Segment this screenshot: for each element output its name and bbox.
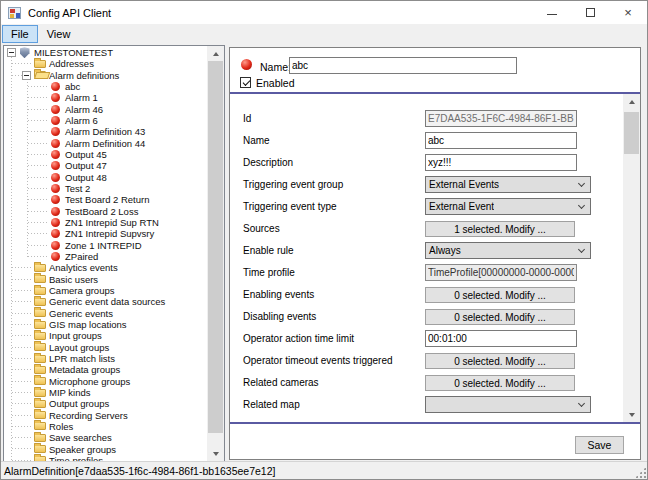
tree-item-mip-kinds[interactable]: MIP kinds: [4, 387, 207, 398]
field-related-map[interactable]: [425, 396, 591, 413]
tree-item-alarm-definition-44[interactable]: Alarm Definition 44: [4, 138, 207, 149]
tree-item-addresses[interactable]: Addresses: [4, 58, 207, 69]
tree-item-label: Recording Servers: [49, 410, 128, 421]
tree-spacer: [38, 218, 47, 227]
tree-item-generic-events[interactable]: Generic events: [4, 308, 207, 319]
tree-item-test-board-2-return[interactable]: Test Board 2 Return: [4, 194, 207, 205]
minimize-button[interactable]: [533, 1, 571, 24]
tree-item-zn1-intrepid-supvsry[interactable]: ZN1 Intrepid Supvsry: [4, 228, 207, 239]
field-sources[interactable]: 1 selected. Modify ...: [425, 221, 575, 237]
tree-item-label: GIS map locations: [49, 319, 127, 330]
menu-item-view[interactable]: View: [38, 25, 80, 43]
field-description[interactable]: [425, 154, 577, 171]
save-button[interactable]: Save: [575, 436, 624, 454]
tree-item-gis-map-locations[interactable]: GIS map locations: [4, 319, 207, 330]
menu-item-file[interactable]: File: [2, 25, 38, 43]
expander-minus-icon[interactable]: [7, 48, 16, 57]
tree-scrollbar[interactable]: [207, 46, 224, 461]
tree-item-test-2[interactable]: Test 2: [4, 183, 207, 194]
scroll-down-icon: [629, 413, 635, 417]
tree-spacer: [22, 388, 31, 397]
scroll-down-button[interactable]: [207, 446, 224, 461]
tree-spacer: [22, 59, 31, 68]
tree-item-alarm-definitions[interactable]: Alarm definitions: [4, 70, 207, 81]
tree-item-alarm-46[interactable]: Alarm 46: [4, 104, 207, 115]
tree-item-label: Generic events: [49, 308, 113, 319]
folder-open-icon: [33, 70, 46, 81]
tree-item-output-groups[interactable]: Output groups: [4, 398, 207, 409]
expander-minus-icon[interactable]: [22, 71, 31, 80]
tree-item-microphone-groups[interactable]: Microphone groups: [4, 376, 207, 387]
enabled-checkbox[interactable]: [240, 77, 251, 88]
close-button[interactable]: ×: [609, 1, 647, 24]
tree-item-analytics-events[interactable]: Analytics events: [4, 262, 207, 273]
window-title: Config API Client: [28, 7, 111, 19]
field-disabling-events[interactable]: 0 selected. Modify ...: [425, 309, 575, 325]
scroll-down-button[interactable]: [623, 407, 640, 422]
tree-item-recording-servers[interactable]: Recording Servers: [4, 410, 207, 421]
tree-item-input-groups[interactable]: Input groups: [4, 330, 207, 341]
field-operator-timeout-events-triggered[interactable]: 0 selected. Modify ...: [425, 353, 575, 369]
tree-item-roles[interactable]: Roles: [4, 421, 207, 432]
tree-item-alarm-1[interactable]: Alarm 1: [4, 92, 207, 103]
tree-item-label: Metadata groups: [49, 364, 120, 375]
field-label-id: Id: [243, 113, 251, 124]
tree-spacer: [38, 139, 47, 148]
field-triggering-event-type[interactable]: External Event: [425, 198, 591, 215]
tree-view: MILESTONETESTAddressesAlarm definitionsa…: [4, 46, 207, 461]
enabled-label: Enabled: [256, 77, 295, 89]
tree-item-speaker-groups[interactable]: Speaker groups: [4, 443, 207, 454]
field-time-profile[interactable]: [425, 264, 577, 281]
tree-item-abc[interactable]: abc: [4, 81, 207, 92]
tree-item-basic-users[interactable]: Basic users: [4, 274, 207, 285]
folder-icon: [33, 353, 46, 364]
tree-item-label: Alarm 46: [65, 104, 103, 115]
name-label: Name:: [260, 61, 291, 73]
folder-icon: [33, 387, 46, 398]
scrollbar-thumb[interactable]: [208, 61, 223, 433]
alarm-icon: [49, 251, 62, 262]
tree-item-lpr-match-lists[interactable]: LPR match lists: [4, 353, 207, 364]
tree-item-label: ZPaired: [65, 251, 98, 262]
field-id[interactable]: [425, 110, 577, 127]
field-enabling-events[interactable]: 0 selected. Modify ...: [425, 287, 575, 303]
main-area: MILESTONETESTAddressesAlarm definitionsa…: [1, 45, 647, 461]
tree-item-layout-groups[interactable]: Layout groups: [4, 342, 207, 353]
tree-item-save-searches[interactable]: Save searches: [4, 432, 207, 443]
tree-item-milestonetest[interactable]: MILESTONETEST: [4, 47, 207, 58]
combo-value: External Events: [426, 179, 499, 190]
maximize-button[interactable]: [571, 1, 609, 24]
tree-item-alarm-definition-43[interactable]: Alarm Definition 43: [4, 126, 207, 137]
resize-grip-icon[interactable]: [635, 467, 646, 478]
tree-item-output-47[interactable]: Output 47: [4, 160, 207, 171]
tree-item-zone-1-intrepid[interactable]: Zone 1 INTREPID: [4, 240, 207, 251]
field-enable-rule[interactable]: Always: [425, 242, 591, 259]
form-row-enable-rule: Enable ruleAlways: [230, 242, 623, 259]
app-icon: [8, 7, 21, 19]
tree-spacer: [38, 173, 47, 182]
field-triggering-event-group[interactable]: External Events: [425, 176, 591, 193]
scroll-up-button[interactable]: [623, 94, 640, 109]
tree-item-output-45[interactable]: Output 45: [4, 149, 207, 160]
scrollbar-thumb[interactable]: [624, 112, 639, 154]
tree-item-zn1-intrepid-sup-rtn[interactable]: ZN1 Intrepid Sup RTN: [4, 217, 207, 228]
field-operator-action-time-limit[interactable]: [425, 330, 577, 347]
tree-item-label: Test Board 2 Return: [65, 194, 150, 205]
field-related-cameras[interactable]: 0 selected. Modify ...: [425, 375, 575, 391]
tree-item-generic-event-data-sources[interactable]: Generic event data sources: [4, 296, 207, 307]
name-input[interactable]: [289, 57, 517, 74]
field-name[interactable]: [425, 132, 577, 149]
tree-item-testboard-2-loss[interactable]: TestBoard 2 Loss: [4, 206, 207, 217]
tree-item-output-48[interactable]: Output 48: [4, 172, 207, 183]
folder-icon: [33, 342, 46, 353]
tree-item-metadata-groups[interactable]: Metadata groups: [4, 364, 207, 375]
tree-item-alarm-6[interactable]: Alarm 6: [4, 115, 207, 126]
tree-item-camera-groups[interactable]: Camera groups: [4, 285, 207, 296]
tree-item-zpaired[interactable]: ZPaired: [4, 251, 207, 262]
form-scrollbar[interactable]: [623, 94, 640, 422]
form-row-triggering-event-group: Triggering event groupExternal Events: [230, 176, 623, 193]
scroll-up-button[interactable]: [207, 46, 224, 61]
chevron-down-icon: [578, 180, 585, 187]
alarm-icon: [49, 138, 62, 149]
alarm-icon: [49, 240, 62, 251]
